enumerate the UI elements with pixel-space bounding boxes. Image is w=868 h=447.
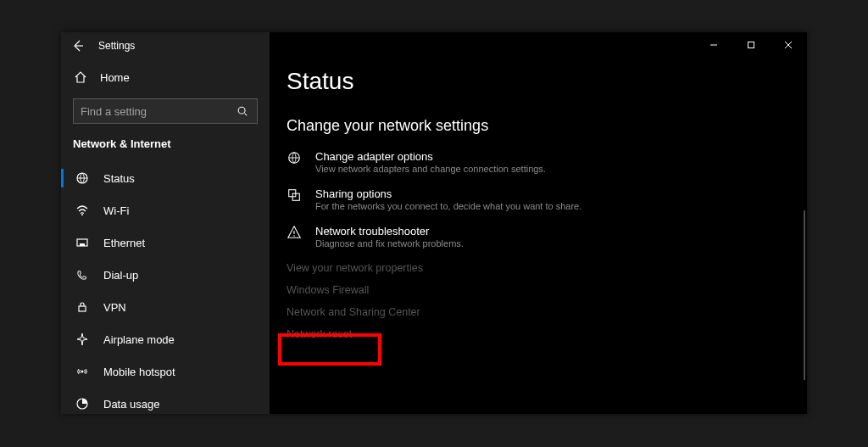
window-controls [695, 32, 807, 58]
svg-rect-8 [748, 42, 754, 48]
sidebar: Settings Home Network & Internet Stat [61, 32, 270, 414]
option-adapter[interactable]: Change adapter options View network adap… [287, 150, 807, 174]
app-title: Settings [98, 40, 135, 52]
sidebar-item-wifi[interactable]: Wi-Fi [61, 194, 270, 226]
sidebar-item-hotspot[interactable]: Mobile hotspot [61, 355, 270, 388]
option-list: Change adapter options View network adap… [287, 150, 807, 249]
minimize-button[interactable] [695, 32, 732, 58]
section-title: Change your network settings [287, 117, 807, 135]
page-title: Status [287, 68, 807, 95]
close-button[interactable] [770, 32, 807, 58]
nav-label: Wi-Fi [103, 204, 129, 217]
search-wrap [61, 93, 270, 134]
link-sharing-center[interactable]: Network and Sharing Center [287, 306, 807, 318]
content-area: Status Change your network settings Chan… [270, 32, 807, 414]
sidebar-item-home[interactable]: Home [61, 61, 270, 93]
maximize-button[interactable] [732, 32, 770, 58]
hotspot-icon [75, 364, 90, 379]
sidebar-item-status[interactable]: Status [61, 162, 270, 194]
svg-rect-4 [80, 243, 85, 246]
svg-point-0 [238, 107, 245, 114]
option-troubleshoot[interactable]: Network troubleshooter Diagnose and fix … [287, 225, 807, 249]
settings-window: Settings Home Network & Internet Stat [61, 32, 807, 414]
home-label: Home [100, 71, 130, 84]
titlebar: Settings [61, 39, 270, 53]
sharing-icon [287, 187, 302, 203]
sidebar-item-airplane[interactable]: Airplane mode [61, 323, 270, 355]
data-usage-icon [75, 396, 90, 411]
search-input[interactable] [81, 105, 235, 118]
troubleshoot-icon [287, 225, 302, 240]
status-icon [75, 170, 90, 186]
sidebar-item-ethernet[interactable]: Ethernet [61, 226, 270, 259]
svg-rect-5 [79, 306, 86, 311]
dialup-icon [75, 267, 90, 282]
link-network-reset[interactable]: Network reset [287, 328, 807, 340]
option-title: Sharing options [315, 187, 581, 200]
wifi-icon [75, 203, 90, 218]
sidebar-item-datausage[interactable]: Data usage [61, 388, 270, 420]
vpn-icon [75, 299, 90, 315]
option-desc: View network adapters and change connect… [315, 164, 546, 174]
svg-point-6 [81, 371, 84, 373]
link-windows-firewall[interactable]: Windows Firewall [287, 284, 807, 296]
nav-label: Airplane mode [103, 333, 175, 346]
sidebar-item-vpn[interactable]: VPN [61, 291, 270, 323]
nav-label: Mobile hotspot [103, 366, 175, 378]
nav-label: Dial-up [103, 269, 138, 282]
option-title: Change adapter options [315, 150, 546, 163]
link-view-properties[interactable]: View your network properties [287, 262, 807, 274]
nav-label: Ethernet [103, 237, 145, 249]
link-list: View your network properties Windows Fir… [287, 262, 807, 340]
search-icon [235, 103, 250, 119]
option-desc: Diagnose and fix network problems. [315, 238, 464, 249]
search-box[interactable] [73, 98, 258, 124]
nav-list: Status Wi-Fi Ethernet Dial-up [61, 162, 270, 420]
scrollbar[interactable] [804, 210, 805, 380]
home-icon [73, 70, 88, 85]
option-sharing[interactable]: Sharing options For the networks you con… [287, 187, 807, 211]
airplane-icon [75, 332, 90, 347]
svg-point-12 [293, 235, 295, 237]
option-title: Network troubleshooter [315, 225, 464, 237]
svg-point-2 [81, 214, 83, 215]
nav-label: Status [103, 172, 135, 185]
sidebar-item-dialup[interactable]: Dial-up [61, 259, 270, 291]
category-title: Network & Internet [61, 134, 270, 162]
nav-label: Data usage [103, 398, 160, 411]
back-arrow-icon[interactable] [70, 39, 86, 53]
ethernet-icon [75, 235, 90, 250]
adapter-icon [287, 150, 302, 165]
option-desc: For the networks you connect to, decide … [315, 201, 581, 211]
nav-label: VPN [103, 301, 126, 314]
